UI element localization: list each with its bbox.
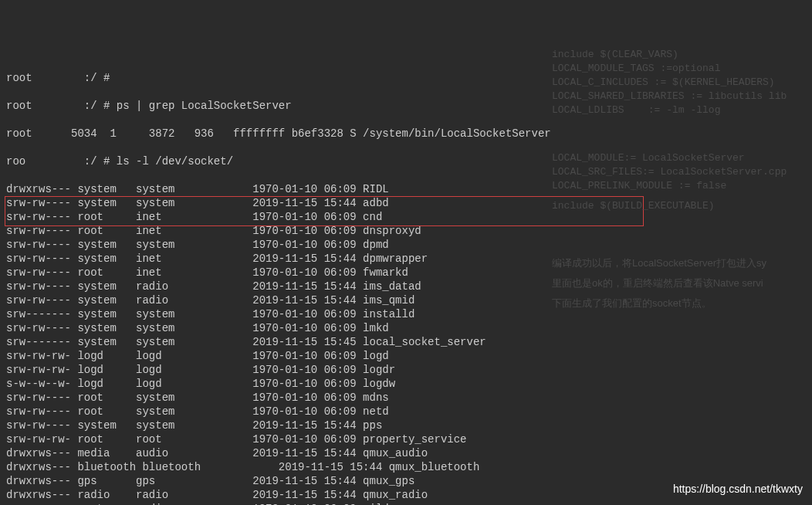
ghost-text: LOCAL_C_INCLUDES := $(KERNEL_HEADERS): [552, 76, 775, 90]
ls-output-list: drwxrws--- system system 1970-01-10 06:0…: [6, 182, 806, 505]
ghost-text: 下面生成了我们配置的socket节点。: [552, 297, 712, 310]
file-entry: s-w--w--w- logd logd 1970-01-10 06:09 lo…: [6, 377, 806, 391]
ghost-text: 编译成功以后，将LocalSocketServer打包进入sy: [552, 256, 766, 270]
ghost-text: LOCAL_MODULE:= LocalSocketServer: [552, 151, 745, 165]
file-entry: srw-rw---- root system 1970-01-10 06:09 …: [6, 405, 806, 419]
file-entry: srw-rw-rw- root root 1970-01-10 06:09 pr…: [6, 432, 806, 446]
ghost-text: LOCAL_SRC_FILES:= LocalSocketServer.cpp: [552, 165, 787, 179]
ghost-text: 里面也是ok的，重启终端然后查看该Natve servi: [552, 276, 763, 290]
file-entry: srw-rw---- system system 1970-01-10 06:0…: [6, 238, 806, 252]
ghost-text: LOCAL_SHARED_LIBRARIES := libcutils lib: [552, 90, 787, 103]
file-entry: srw-rw---- root inet 1970-01-10 06:09 dn…: [6, 224, 806, 238]
file-entry: srw-rw-rw- logd logd 1970-01-10 06:09 lo…: [6, 363, 806, 377]
ghost-text: LOCAL_LDLIBS := -lm -llog: [552, 103, 720, 117]
file-entry: srw-rw---- root system 1970-01-10 06:09 …: [6, 391, 806, 405]
ps-output: root 5034 1 3872 936 ffffffff b6ef3328 S…: [6, 127, 806, 141]
ghost-text: LOCAL_PRELINK_MODULE := false: [552, 179, 726, 193]
file-entry: drwxrws--- media audio 2019-11-15 15:44 …: [6, 446, 806, 460]
file-entry: srw-rw---- system system 2019-11-15 15:4…: [6, 419, 806, 432]
file-entry: srw-rw---- root radio 1970-01-10 06:09 r…: [6, 502, 806, 505]
file-entry: drwxrws--- bluetooth bluetooth 2019-11-1…: [6, 460, 806, 474]
ghost-text: LOCAL_MODULE_TAGS :=optional: [552, 62, 720, 76]
file-entry: srw------- system system 2019-11-15 15:4…: [6, 335, 806, 349]
ghost-text: include $(CLEAR_VARS): [552, 48, 678, 62]
ghost-text: include $(BUILD_EXECUTABLE): [552, 199, 715, 213]
file-entry: srw-rw---- system system 1970-01-10 06:0…: [6, 321, 806, 335]
watermark-text: https://blog.csdn.net/tkwxty: [673, 482, 803, 496]
file-entry: srw-rw-rw- logd logd 1970-01-10 06:09 lo…: [6, 349, 806, 363]
